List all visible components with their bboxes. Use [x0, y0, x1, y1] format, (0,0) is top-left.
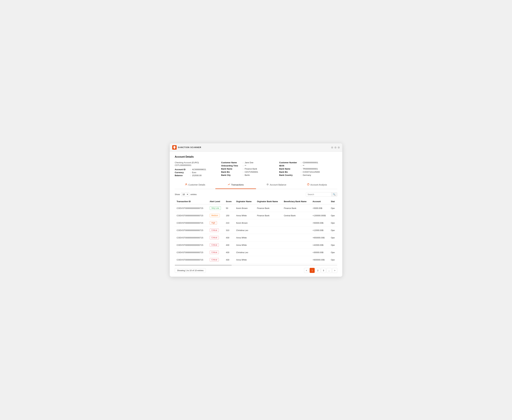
- cell-status: Ope: [329, 249, 337, 256]
- showing-text: Showing 1 to 10 of 10 entries: [175, 268, 206, 273]
- tab-account-analysis[interactable]: Account Analysis: [297, 181, 337, 189]
- table-row[interactable]: CODVST0000000000000715 Critical 430 Anna…: [175, 234, 337, 241]
- table-row[interactable]: CODVST0000000000000715 High 210 Kevin Br…: [175, 219, 337, 227]
- alert-badge: Critical: [210, 228, 219, 232]
- iban-value: **: [303, 165, 304, 167]
- table-row[interactable]: CODVST0000000000000715 Critical 310 Chri…: [175, 227, 337, 234]
- page-3-button[interactable]: 3: [321, 268, 326, 273]
- col-status: Stat: [329, 199, 337, 204]
- table-row[interactable]: CODVST0000000000000715 Very Low 50 Kevin…: [175, 204, 337, 212]
- col-account: Account: [311, 199, 329, 204]
- cell-score: 430: [224, 249, 234, 256]
- bank-country-value: Germany: [303, 174, 311, 176]
- col-originator-bank: Orginator Bank Name: [255, 199, 282, 204]
- cell-score: 430: [224, 256, 234, 263]
- cell-account: +42000.00$: [311, 241, 329, 249]
- cell-originator-bank: [255, 227, 282, 234]
- next-page-button[interactable]: >: [332, 268, 337, 273]
- bank-city-value: Berlin: [245, 174, 250, 176]
- cell-status: Ope: [329, 212, 337, 219]
- cell-originator-bank: [255, 219, 282, 227]
- account-id-label: Account ID: [175, 168, 189, 171]
- table-body: CODVST0000000000000715 Very Low 50 Kevin…: [175, 204, 337, 263]
- cell-alert-level: Very Low: [208, 204, 224, 212]
- col-alert-level: Alert Level: [208, 199, 224, 204]
- cell-account: +650000.00$: [311, 234, 329, 241]
- cell-account: +30000.00$: [311, 249, 329, 256]
- show-entries-control: Show 10 25 50 100 entries: [175, 193, 197, 196]
- customer-name-row: Customer Name : Jane Doe: [221, 161, 279, 164]
- account-type: Checking Account (EURO): [175, 161, 221, 164]
- cell-alert-level: High: [208, 219, 224, 227]
- cell-originator-name: Anna White: [234, 256, 255, 263]
- bank-bic-right-label: Bank Bic: [279, 171, 300, 173]
- cell-originator-bank: Finance Bank: [255, 212, 282, 219]
- tab-transactions-label: Transactions: [231, 183, 244, 186]
- bank-city-row: Bank City : Berlin: [221, 174, 279, 176]
- account-id-top: CDTL0000000001: [175, 164, 221, 166]
- cell-score: 310: [224, 227, 234, 234]
- page-2-button[interactable]: 2: [315, 268, 320, 273]
- alert-badge: Critical: [210, 236, 219, 239]
- cell-originator-name: Anna White: [234, 212, 255, 219]
- cell-transaction-id: CODVST0000000000000715: [175, 219, 208, 227]
- bank-name-right-row: Bank Name : TR00000000001: [279, 168, 337, 170]
- bank-country-row: Bank Country : Germany: [279, 174, 337, 176]
- tabs-bar: Customer Details Transactions: [175, 181, 337, 189]
- table-header: Transaction ID Alert Level Score Orginat…: [175, 199, 337, 204]
- page-1-button[interactable]: 1: [310, 268, 315, 273]
- cell-alert-level: Critical: [208, 256, 224, 263]
- cell-status: Ope: [329, 227, 337, 234]
- tab-account-balance[interactable]: Account Balance: [256, 181, 297, 189]
- alert-badge: Critical: [210, 258, 219, 262]
- titlebar: SANCTION SCANNER: [170, 143, 342, 152]
- minimize-button[interactable]: [331, 146, 333, 149]
- entries-select[interactable]: 10 25 50 100: [181, 193, 189, 196]
- bank-bic-right-row: Bank Bic : CVDST101125000: [279, 171, 337, 173]
- onboarding-label: Onboarding Time: [221, 165, 241, 167]
- scrollbar-thumb[interactable]: [175, 265, 232, 266]
- logo-text: SANCTION SCANNER: [178, 146, 201, 149]
- account-field-balance: Balance : 152930.00: [175, 174, 221, 177]
- close-button[interactable]: [338, 146, 340, 149]
- onboarding-value: **: [245, 165, 246, 167]
- table-row[interactable]: CODVST0000000000000715 Medium 150 Anna W…: [175, 212, 337, 219]
- tab-transactions[interactable]: Transactions: [215, 181, 256, 189]
- cell-alert-level: Critical: [208, 249, 224, 256]
- cell-status: Ope: [329, 204, 337, 212]
- prev-page-button[interactable]: <: [304, 268, 309, 273]
- table-footer: Showing 1 to 10 of 10 entries < 1 2 3 ..…: [175, 268, 337, 273]
- table-row[interactable]: CODVST0000000000000715 Critical 430 Chri…: [175, 249, 337, 256]
- balance-value: 152930.00: [192, 174, 202, 177]
- logo-icon: [172, 145, 177, 150]
- table-row[interactable]: CODVST0000000000000715 Critical 430 Anna…: [175, 241, 337, 249]
- cell-transaction-id: CODVST0000000000000715: [175, 249, 208, 256]
- tab-customer-details[interactable]: Customer Details: [175, 181, 215, 189]
- search-button[interactable]: 🔍: [331, 192, 337, 196]
- transactions-icon: [228, 183, 230, 186]
- main-content: Account Details Checking Account (EURO) …: [170, 152, 342, 277]
- cell-beneficiary-bank: [282, 219, 311, 227]
- cell-originator-bank: [255, 249, 282, 256]
- search-input[interactable]: [306, 192, 331, 196]
- page-title: Account Details: [175, 155, 337, 158]
- cell-beneficiary-bank: [282, 249, 311, 256]
- cell-beneficiary-bank: [282, 234, 311, 241]
- cell-status: Ope: [329, 234, 337, 241]
- bank-name-left-value: Finance Bank: [245, 168, 257, 170]
- cell-beneficiary-bank: [282, 256, 311, 263]
- col-beneficiary-bank: Beneficiary Bank Name: [282, 199, 311, 204]
- currency-label: Currency: [175, 171, 189, 174]
- cell-score: 150: [224, 212, 234, 219]
- cell-status: Ope: [329, 241, 337, 249]
- col-transaction-id: Transaction ID: [175, 199, 208, 204]
- table-row[interactable]: CODVST0000000000000715 Critical 430 Anna…: [175, 256, 337, 263]
- bank-bic-left-value: CDVT2500001: [245, 171, 258, 173]
- cell-account: +5000.00$: [311, 204, 329, 212]
- cell-originator-bank: [255, 256, 282, 263]
- tab-account-balance-label: Account Balance: [270, 183, 286, 186]
- maximize-button[interactable]: [334, 146, 337, 149]
- cell-originator-name: Anna White: [234, 241, 255, 249]
- cell-originator-name: Kevin Brown: [234, 204, 255, 212]
- entries-label: entries: [191, 193, 197, 195]
